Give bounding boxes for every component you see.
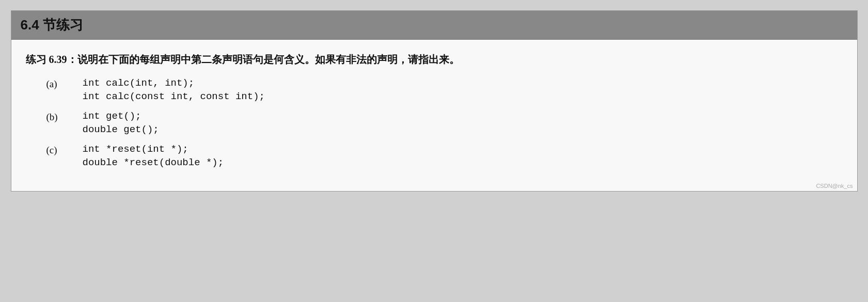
item-a-row1: (a) int calc(int, int); xyxy=(46,77,843,90)
exercise-label: 练习 6.39： xyxy=(26,54,77,65)
item-b-code2: double get(); xyxy=(83,124,843,135)
exercise-item-b: (b) int get(); double get(); xyxy=(46,110,843,140)
main-card: 6.4 节练习 练习 6.39：说明在下面的每组声明中第二条声明语句是何含义。如… xyxy=(11,10,858,192)
exercise-item-a: (a) int calc(int, int); int calc(const i… xyxy=(46,77,843,107)
exercise-item-c: (c) int *reset(int *); double *reset(dou… xyxy=(46,144,843,173)
card-body: 练习 6.39：说明在下面的每组声明中第二条声明语句是何含义。如果有非法的声明，… xyxy=(11,40,857,191)
item-b-label: (b) xyxy=(46,110,83,123)
watermark-label: CSDN@nk_cs xyxy=(816,183,853,189)
item-a-code1: int calc(int, int); xyxy=(83,77,195,89)
section-header: 6.4 节练习 xyxy=(11,11,857,40)
item-c-code1: int *reset(int *); xyxy=(83,144,188,155)
exercise-items: (a) int calc(int, int); int calc(const i… xyxy=(26,77,843,173)
item-a-code2: int calc(const int, const int); xyxy=(83,91,843,102)
exercise-intro: 练习 6.39：说明在下面的每组声明中第二条声明语句是何含义。如果有非法的声明，… xyxy=(26,51,843,68)
item-c-row1: (c) int *reset(int *); xyxy=(46,144,843,156)
item-c-label: (c) xyxy=(46,144,83,156)
item-b-row1: (b) int get(); xyxy=(46,110,843,123)
exercise-text: 说明在下面的每组声明中第二条声明语句是何含义。如果有非法的声明，请指出来。 xyxy=(77,54,460,65)
item-a-label: (a) xyxy=(46,77,83,90)
item-c-code2: double *reset(double *); xyxy=(83,157,843,168)
item-b-code1: int get(); xyxy=(83,110,141,122)
section-title: 6.4 节练习 xyxy=(21,17,83,33)
